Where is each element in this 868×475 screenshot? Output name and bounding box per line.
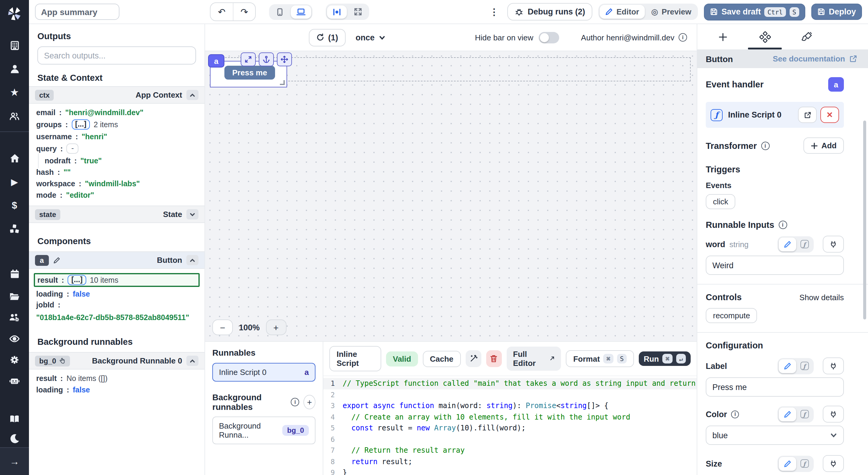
editor-tab[interactable]: Editor	[599, 5, 645, 19]
tab-styling[interactable]	[790, 24, 824, 49]
settings-gear-icon[interactable]	[0, 349, 29, 370]
app-summary-input[interactable]	[35, 4, 119, 20]
remove-script-button[interactable]: ✕	[820, 107, 839, 123]
workspace-icon[interactable]	[0, 34, 29, 57]
tab-insert-component[interactable]	[706, 24, 740, 49]
groups-icon[interactable]	[0, 104, 29, 128]
home-icon[interactable]	[0, 146, 29, 170]
ai-robot-icon[interactable]	[0, 370, 29, 391]
click-event-chip[interactable]: click	[706, 194, 736, 209]
color-select[interactable]: blue	[706, 426, 844, 445]
mobile-view-button[interactable]	[270, 5, 289, 19]
static-mode-button[interactable]	[779, 237, 796, 251]
eval-mode-button[interactable]: ƒ	[796, 407, 812, 421]
resources-cubes-icon[interactable]	[0, 217, 29, 240]
variables-dollar-icon[interactable]: $	[0, 194, 29, 217]
ctx-section-header[interactable]: ctx App Context	[29, 86, 205, 104]
center-layout-button[interactable]	[327, 5, 347, 19]
chevron-down-icon[interactable]	[186, 209, 198, 219]
full-editor-button[interactable]: Full Editor	[506, 347, 561, 371]
runnable-inline-script-0[interactable]: Inline Script 0 a	[212, 363, 315, 381]
desktop-view-button[interactable]	[291, 5, 311, 19]
connect-plug-button[interactable]	[823, 455, 844, 472]
expand-value-badge[interactable]: -	[66, 143, 79, 154]
rename-pencil-icon[interactable]	[53, 257, 60, 264]
zoom-out-button[interactable]: −	[212, 319, 233, 335]
info-icon[interactable]: i	[291, 398, 299, 406]
info-icon[interactable]: i	[679, 33, 687, 42]
workers-users-gear-icon[interactable]	[0, 307, 29, 328]
windmill-logo[interactable]	[0, 0, 29, 28]
expand-component-button[interactable]	[241, 53, 256, 66]
docs-book-icon[interactable]	[0, 408, 29, 429]
resize-handle-icon[interactable]	[280, 80, 285, 85]
anchor-component-button[interactable]	[259, 53, 274, 66]
connect-plug-button[interactable]	[823, 236, 844, 252]
static-mode-button[interactable]	[779, 407, 796, 421]
word-input[interactable]	[706, 256, 844, 275]
save-draft-button[interactable]: Save draft Ctrl S	[704, 3, 805, 20]
info-icon[interactable]: i	[778, 220, 787, 229]
code-editor[interactable]: 1// TypeScript function called "main" th…	[323, 376, 697, 475]
app-canvas[interactable]: Press me a	[205, 50, 697, 341]
collapse-sidebar-arrow-icon[interactable]: →	[0, 447, 29, 475]
info-icon[interactable]: i	[761, 141, 769, 150]
chevron-up-icon[interactable]	[186, 90, 198, 100]
more-menu-kebab-icon[interactable]: ⋮	[487, 6, 501, 17]
run-button[interactable]: Run ⌘ ↵	[639, 351, 691, 366]
schedules-calendar-icon[interactable]	[0, 262, 29, 286]
bg0-section-header[interactable]: bg_0 Background Runnable 0	[29, 352, 205, 370]
fullscreen-layout-button[interactable]	[348, 5, 368, 19]
add-transformer-button[interactable]: Add	[803, 137, 844, 154]
see-documentation-link[interactable]: See documentation	[773, 54, 860, 63]
static-mode-button[interactable]	[779, 359, 796, 373]
undo-button[interactable]: ↶	[211, 3, 233, 21]
open-script-button[interactable]	[798, 107, 817, 123]
preview-tab[interactable]: ◎ Preview	[646, 5, 697, 19]
eval-mode-button[interactable]: ƒ	[796, 359, 812, 373]
state-section-header[interactable]: state State	[29, 206, 205, 223]
delete-script-button[interactable]	[486, 350, 501, 367]
search-outputs-input[interactable]	[37, 46, 196, 65]
add-background-runnable-button[interactable]: +	[303, 395, 315, 409]
connect-plug-button[interactable]	[823, 358, 844, 374]
info-icon[interactable]: i	[732, 410, 739, 418]
eval-mode-button[interactable]: ƒ	[796, 237, 812, 251]
runnable-bg-0[interactable]: Background Runna... bg_0	[212, 416, 315, 444]
move-component-button[interactable]	[277, 53, 292, 66]
button-component-header[interactable]: a Button	[29, 251, 205, 269]
eval-mode-button[interactable]: ƒ	[796, 456, 812, 471]
deploy-button[interactable]: Deploy	[811, 4, 862, 20]
label-input[interactable]	[706, 377, 844, 397]
chevron-up-icon[interactable]	[186, 355, 198, 366]
panel-scrollbar[interactable]	[863, 121, 866, 319]
ai-wand-button[interactable]	[465, 350, 481, 367]
show-details-link[interactable]: Show details	[800, 293, 844, 302]
expand-value-badge[interactable]: [...]	[71, 120, 90, 130]
inline-script-row[interactable]: ƒ Inline Script 0 ✕	[706, 102, 844, 128]
user-icon[interactable]	[0, 57, 29, 81]
folders-icon[interactable]	[0, 286, 29, 307]
chevron-up-icon[interactable]	[186, 255, 198, 265]
refresh-button[interactable]: (1)	[309, 29, 345, 46]
static-mode-button[interactable]	[779, 456, 796, 471]
tab-component-settings[interactable]	[748, 24, 782, 49]
output-key: result	[36, 374, 57, 382]
format-button[interactable]: Format ⌘ S	[566, 350, 634, 367]
expand-value-badge[interactable]: [...]	[67, 275, 86, 285]
connect-plug-button[interactable]	[823, 406, 844, 422]
dark-mode-moon-icon[interactable]	[0, 429, 29, 447]
language-button[interactable]: Inline Script	[329, 346, 381, 371]
recompute-chip[interactable]: recompute	[706, 308, 757, 323]
runs-play-icon[interactable]: ▶	[0, 170, 29, 194]
redo-button[interactable]: ↷	[233, 3, 255, 21]
audit-eye-icon[interactable]	[0, 328, 29, 349]
debug-runs-button[interactable]: Debug runs (2)	[507, 3, 593, 21]
schedule-mode-dropdown[interactable]: once	[355, 33, 385, 42]
hide-bar-toggle[interactable]	[539, 32, 559, 43]
favorites-star-icon[interactable]: ★	[0, 81, 29, 104]
press-me-button[interactable]: Press me	[224, 66, 275, 79]
component-id-badge[interactable]: a	[208, 54, 224, 68]
cache-button[interactable]: Cache	[423, 350, 461, 367]
zoom-in-button[interactable]: +	[266, 319, 286, 335]
